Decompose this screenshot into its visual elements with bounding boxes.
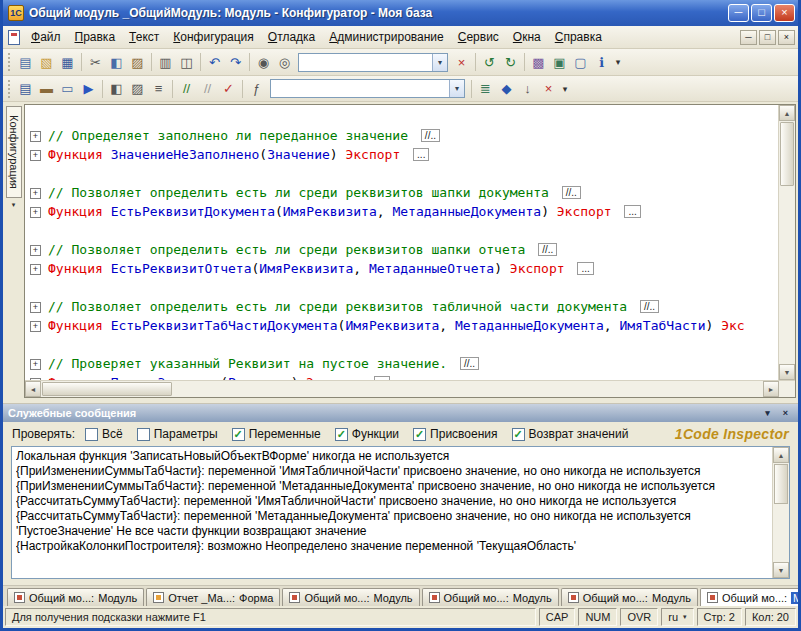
code-line[interactable]: +// Позволяет определить есть ли среди р… [28,240,778,259]
print-icon[interactable]: ▥ [155,52,176,72]
checkbox-checked-icon[interactable]: ✓ [335,428,348,441]
collapsed-marker[interactable]: //.. [538,243,557,256]
bottom-tab-1[interactable]: Отчет _Ма...: Форма [146,588,280,606]
messages-panel-header[interactable]: Служебные сообщения ▾ × [3,404,798,422]
indent-icon[interactable]: ≡ [148,79,169,99]
procedures-combobox[interactable]: ▾ [270,79,465,98]
messages-list[interactable]: Локальная функция 'ЗаписатьНовыйОбъектВФ… [12,447,772,578]
fold-toggle-icon[interactable]: + [30,150,41,161]
collapsed-marker[interactable]: ... [413,148,429,161]
caps-lock-indicator[interactable]: CAP [539,608,576,626]
procedures-combobox-arrow-icon[interactable]: ▾ [449,80,464,97]
calculator-icon[interactable]: ▩ [528,52,549,72]
bottom-tab-5[interactable]: Общий мо...: Модуль [700,588,801,606]
num-lock-indicator[interactable]: NUM [578,608,617,626]
checkbox-checked-icon[interactable]: ✓ [512,428,525,441]
comment-icon[interactable]: // [176,79,197,99]
checkbox-unchecked-icon[interactable] [137,428,150,441]
uncomment-icon[interactable]: // [197,79,218,99]
find-icon[interactable]: ◉ [253,52,274,72]
find-next-icon[interactable]: ◎ [274,52,295,72]
database-icon[interactable]: ▬ [36,79,57,99]
checkbox-checked-icon[interactable]: ✓ [232,428,245,441]
procedures-combobox-field[interactable] [271,80,449,97]
paste-icon[interactable]: ▨ [127,52,148,72]
menu-item-7[interactable]: Окна [506,27,548,47]
bottom-tab-3[interactable]: Общий мо...: Модуль [422,588,559,606]
procedures-icon[interactable]: ƒ [246,79,267,99]
messages-scrollbar[interactable]: ▲ ▼ [772,447,789,578]
editor-vertical-scrollbar[interactable]: ▲ ▼ [778,105,795,380]
mdi-minimize-button[interactable]: ─ [740,30,757,45]
search-combobox-arrow-icon[interactable]: ▾ [432,54,447,71]
fold-toggle-icon[interactable]: + [30,188,41,199]
message-row[interactable]: {ПриИзмененииСуммыТабЧасти}: переменной … [16,479,768,494]
calendar-icon[interactable]: ▣ [549,52,570,72]
scroll-down-icon[interactable]: ▼ [779,364,795,380]
scrollbar-track[interactable] [773,505,789,562]
nav-back-icon[interactable]: ↺ [479,52,500,72]
format-icon[interactable]: ≣ [475,79,496,99]
toolbar-grip[interactable] [8,53,11,71]
open-configuration-icon[interactable]: ▤ [15,79,36,99]
search-combobox[interactable]: ▾ [298,53,448,72]
fold-toggle-icon[interactable]: + [30,245,41,256]
fold-toggle-icon[interactable]: + [30,131,41,142]
code-line[interactable]: +Функция ЕстьРеквизитТабЧастиДокумента(И… [28,316,778,335]
collapsed-marker[interactable]: //.. [562,186,581,199]
menu-item-0[interactable]: Файл [24,27,68,47]
checkbox-unchecked-icon[interactable] [85,428,98,441]
clear-search-icon[interactable]: × [451,52,472,72]
code-area[interactable]: +// Определяет заполнено ли переданное з… [25,105,778,380]
new-file-icon[interactable]: ▤ [15,52,36,72]
message-row[interactable]: {РассчитатьСуммуТабЧасти}: переменной 'И… [16,494,768,509]
search-combobox-field[interactable] [299,54,432,71]
scroll-up-icon[interactable]: ▲ [773,447,789,463]
panel-close-icon[interactable]: × [778,407,793,420]
toolbar-grip[interactable] [8,80,11,98]
code-line[interactable] [28,335,778,354]
vertical-scrollbar-thumb[interactable] [780,122,794,186]
collapsed-marker[interactable]: //.. [421,129,440,142]
message-row[interactable]: {РассчитатьСуммуТабЧасти}: переменной 'М… [16,509,768,524]
filter-5[interactable]: ✓Возврат значений [512,427,629,441]
next-bookmark-icon[interactable]: ↓ [517,79,538,99]
message-row[interactable]: {ПриИзмененииСуммыТабЧасти}: переменной … [16,464,768,479]
code-line[interactable] [28,107,778,126]
code-line[interactable]: +// Позволяет определить есть ли среди р… [28,297,778,316]
collapsed-marker[interactable]: ... [577,262,593,275]
collapsed-marker[interactable]: //.. [460,357,479,370]
checkbox-checked-icon[interactable]: ✓ [413,428,426,441]
undo-icon[interactable]: ↶ [204,52,225,72]
filter-1[interactable]: Параметры [137,427,218,441]
scrollbar-track[interactable] [173,381,763,397]
configuration-dock-tab[interactable]: Конфигурация [6,106,22,198]
horizontal-scrollbar-thumb[interactable] [42,382,172,396]
toolbar1-overflow-icon[interactable]: ▾ [612,52,624,72]
overwrite-indicator[interactable]: OVR [620,608,658,626]
editor-horizontal-scrollbar[interactable]: ◄ ► [25,380,795,397]
code-line[interactable]: +Функция ЗначениеНеЗаполнено(Значение) Э… [28,145,778,164]
delete-icon[interactable]: × [538,79,559,99]
start-debugging-icon[interactable]: ▶ [78,79,99,99]
info-icon[interactable]: ℹ [591,52,612,72]
bottom-tab-0[interactable]: Общий мо...: Модуль [7,588,144,606]
title-bar[interactable]: 1С Общий модуль _ОбщийМодуль: Модуль - К… [3,0,798,26]
mdi-restore-button[interactable]: □ [759,30,776,45]
code-line[interactable]: +// Проверяет указанный Реквизит на пуст… [28,354,778,373]
scroll-right-icon[interactable]: ► [763,381,779,397]
close-button[interactable]: × [774,4,795,22]
scroll-down-icon[interactable]: ▼ [773,562,789,578]
menu-item-1[interactable]: Правка [68,27,123,47]
fold-toggle-icon[interactable]: + [30,359,41,370]
filter-0[interactable]: Всё [85,427,123,441]
document-icon[interactable] [8,30,20,45]
menu-item-4[interactable]: Отладка [261,27,322,47]
scroll-left-icon[interactable]: ◄ [25,381,41,397]
scrollbar-track[interactable] [779,187,795,364]
fold-toggle-icon[interactable]: + [30,302,41,313]
paste-block-icon[interactable]: ▨ [127,79,148,99]
open-file-icon[interactable]: ▧ [36,52,57,72]
messages-scrollbar-thumb[interactable] [774,464,788,504]
code-line[interactable]: +Функция ЕстьРеквизитОтчета(ИмяРеквизита… [28,259,778,278]
